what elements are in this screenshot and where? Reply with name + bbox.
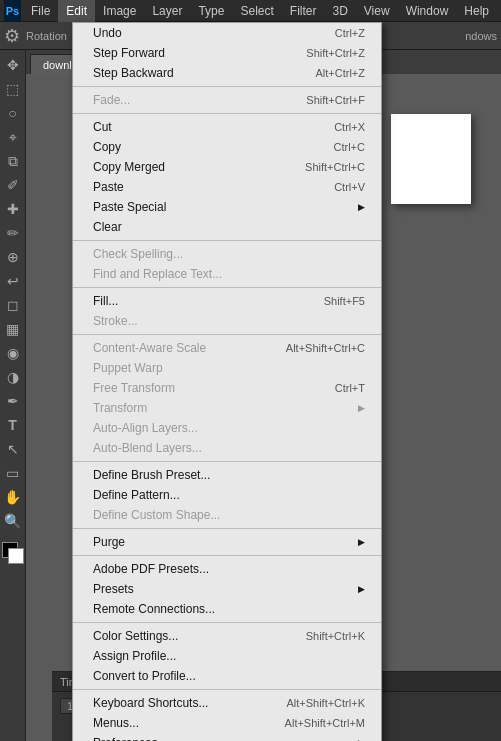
menu-window[interactable]: Window [398,0,457,22]
menu-item-clear[interactable]: Clear [73,217,381,237]
menu-separator-after-purge [73,555,381,556]
eraser-tool[interactable]: ◻ [2,294,24,316]
menu-item-label-undo: Undo [93,26,335,40]
pen-tool[interactable]: ✒ [2,390,24,412]
menu-separator-after-auto-blend-layers [73,461,381,462]
menu-item-label-auto-align-layers: Auto-Align Layers... [93,421,365,435]
menu-filter[interactable]: Filter [282,0,325,22]
path-selection-tool[interactable]: ↖ [2,438,24,460]
menu-item-label-stroke: Stroke... [93,314,365,328]
dodge-tool[interactable]: ◑ [2,366,24,388]
menu-item-shortcut-step-backward: Alt+Ctrl+Z [315,67,365,79]
healing-tool[interactable]: ✚ [2,198,24,220]
ps-logo: Ps [4,0,21,22]
menu-separator-after-define-custom-shape [73,528,381,529]
windows-label: ndows [465,30,497,42]
menu-item-label-copy-merged: Copy Merged [93,160,305,174]
menu-item-find-replace: Find and Replace Text... [73,264,381,284]
rotation-label: Rotation [26,30,67,42]
brush-tool[interactable]: ✏ [2,222,24,244]
text-tool[interactable]: T [2,414,24,436]
menu-item-label-color-settings: Color Settings... [93,629,306,643]
menu-item-label-copy: Copy [93,140,334,154]
menu-item-label-free-transform: Free Transform [93,381,335,395]
menu-type[interactable]: Type [190,0,232,22]
menu-item-copy[interactable]: CopyCtrl+C [73,137,381,157]
menu-item-label-fade: Fade... [93,93,306,107]
menu-item-puppet-warp: Puppet Warp [73,358,381,378]
menu-item-shortcut-keyboard-shortcuts: Alt+Shift+Ctrl+K [286,697,365,709]
menu-separator-after-convert-to-profile [73,689,381,690]
menu-item-label-keyboard-shortcuts: Keyboard Shortcuts... [93,696,286,710]
menu-file[interactable]: File [23,0,58,22]
color-swatches [2,542,24,568]
menu-item-shortcut-paste: Ctrl+V [334,181,365,193]
menu-item-paste-special[interactable]: Paste Special [73,197,381,217]
clone-stamp-tool[interactable]: ⊕ [2,246,24,268]
menu-item-shortcut-cut: Ctrl+X [334,121,365,133]
menu-item-label-content-aware-scale: Content-Aware Scale [93,341,286,355]
menu-separator-after-find-replace [73,287,381,288]
menu-item-color-settings[interactable]: Color Settings...Shift+Ctrl+K [73,626,381,646]
menu-item-convert-to-profile[interactable]: Convert to Profile... [73,666,381,686]
marquee-tool[interactable]: ⬚ [2,78,24,100]
eyedropper-tool[interactable]: ✐ [2,174,24,196]
menu-item-define-pattern[interactable]: Define Pattern... [73,485,381,505]
menu-item-step-backward[interactable]: Step BackwardAlt+Ctrl+Z [73,63,381,83]
menu-item-presets[interactable]: Presets [73,579,381,599]
menu-item-cut[interactable]: CutCtrl+X [73,117,381,137]
menu-item-shortcut-fade: Shift+Ctrl+F [306,94,365,106]
tool-options-icon[interactable]: ⚙ [4,25,20,47]
menu-item-remote-connections[interactable]: Remote Connections... [73,599,381,619]
menu-item-label-presets: Presets [93,582,358,596]
menu-item-free-transform: Free TransformCtrl+T [73,378,381,398]
menu-item-step-forward[interactable]: Step ForwardShift+Ctrl+Z [73,43,381,63]
menu-item-keyboard-shortcuts[interactable]: Keyboard Shortcuts...Alt+Shift+Ctrl+K [73,693,381,713]
move-tool[interactable]: ✥ [2,54,24,76]
menu-item-undo[interactable]: UndoCtrl+Z [73,23,381,43]
menu-item-label-paste-special: Paste Special [93,200,358,214]
menu-edit[interactable]: Edit [58,0,95,22]
menu-item-assign-profile[interactable]: Assign Profile... [73,646,381,666]
menu-item-label-auto-blend-layers: Auto-Blend Layers... [93,441,365,455]
menu-image[interactable]: Image [95,0,144,22]
menu-item-preferences[interactable]: Preferences [73,733,381,741]
blur-tool[interactable]: ◉ [2,342,24,364]
history-brush-tool[interactable]: ↩ [2,270,24,292]
menu-item-label-cut: Cut [93,120,334,134]
menu-item-shortcut-copy: Ctrl+C [334,141,365,153]
menu-item-shortcut-step-forward: Shift+Ctrl+Z [306,47,365,59]
menu-item-label-adobe-pdf-presets: Adobe PDF Presets... [93,562,365,576]
menu-view[interactable]: View [356,0,398,22]
shape-tool[interactable]: ▭ [2,462,24,484]
menu-item-menus[interactable]: Menus...Alt+Shift+Ctrl+M [73,713,381,733]
menu-item-label-define-pattern: Define Pattern... [93,488,365,502]
menu-layer[interactable]: Layer [144,0,190,22]
menu-item-copy-merged[interactable]: Copy MergedShift+Ctrl+C [73,157,381,177]
menu-item-label-fill: Fill... [93,294,324,308]
menu-item-check-spelling: Check Spelling... [73,244,381,264]
menu-item-adobe-pdf-presets[interactable]: Adobe PDF Presets... [73,559,381,579]
magic-wand-tool[interactable]: ⌖ [2,126,24,148]
menu-item-label-menus: Menus... [93,716,285,730]
menu-3d[interactable]: 3D [324,0,355,22]
gradient-tool[interactable]: ▦ [2,318,24,340]
menu-item-purge[interactable]: Purge [73,532,381,552]
menu-item-label-purge: Purge [93,535,358,549]
menu-help[interactable]: Help [456,0,497,22]
hand-tool[interactable]: ✋ [2,486,24,508]
menu-item-shortcut-undo: Ctrl+Z [335,27,365,39]
menu-item-label-define-custom-shape: Define Custom Shape... [93,508,365,522]
crop-tool[interactable]: ⧉ [2,150,24,172]
menu-item-label-transform: Transform [93,401,358,415]
background-color-swatch[interactable] [8,548,24,564]
menu-item-define-brush-preset[interactable]: Define Brush Preset... [73,465,381,485]
left-toolbar: ✥ ⬚ ○ ⌖ ⧉ ✐ ✚ ✏ ⊕ ↩ ◻ ▦ ◉ ◑ ✒ T ↖ ▭ ✋ 🔍 [0,50,26,741]
menu-separator-after-remote-connections [73,622,381,623]
menu-item-label-paste: Paste [93,180,334,194]
zoom-tool[interactable]: 🔍 [2,510,24,532]
menu-item-fill[interactable]: Fill...Shift+F5 [73,291,381,311]
menu-select[interactable]: Select [232,0,281,22]
menu-item-paste[interactable]: PasteCtrl+V [73,177,381,197]
lasso-tool[interactable]: ○ [2,102,24,124]
